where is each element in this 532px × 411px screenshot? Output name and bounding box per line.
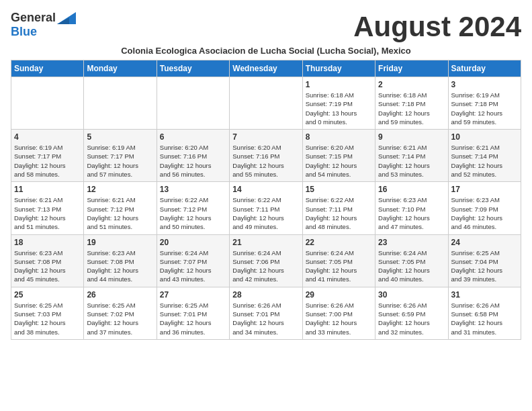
day-info: Sunrise: 6:26 AM Sunset: 7:00 PM Dayligh… [306,301,372,336]
day-info: Sunrise: 6:25 AM Sunset: 7:02 PM Dayligh… [87,301,153,336]
day-info: Sunrise: 6:18 AM Sunset: 7:19 PM Dayligh… [306,91,372,126]
calendar-cell: 29Sunrise: 6:26 AM Sunset: 7:00 PM Dayli… [302,287,375,339]
calendar-cell: 24Sunrise: 6:25 AM Sunset: 7:04 PM Dayli… [448,234,521,287]
calendar-cell: 30Sunrise: 6:26 AM Sunset: 6:59 PM Dayli… [375,287,448,339]
day-info: Sunrise: 6:24 AM Sunset: 7:07 PM Dayligh… [160,248,226,284]
logo-icon [57,12,76,24]
day-info: Sunrise: 6:21 AM Sunset: 7:14 PM Dayligh… [451,143,518,179]
day-number: 2 [378,80,445,89]
calendar-week-1: 1Sunrise: 6:18 AM Sunset: 7:19 PM Daylig… [11,77,521,130]
calendar-cell: 27Sunrise: 6:25 AM Sunset: 7:01 PM Dayli… [157,287,229,339]
day-info: Sunrise: 6:23 AM Sunset: 7:09 PM Dayligh… [451,195,518,231]
page-header: General Blue August 2024 [11,11,521,43]
day-number: 21 [232,238,299,247]
day-info: Sunrise: 6:23 AM Sunset: 7:08 PM Dayligh… [14,248,81,284]
day-info: Sunrise: 6:26 AM Sunset: 7:01 PM Dayligh… [232,301,299,336]
day-number: 4 [14,132,81,142]
day-info: Sunrise: 6:19 AM Sunset: 7:17 PM Dayligh… [87,143,153,179]
day-info: Sunrise: 6:22 AM Sunset: 7:11 PM Dayligh… [232,195,299,231]
weekday-header-saturday: Saturday [448,60,521,77]
day-number: 15 [306,185,372,194]
calendar-cell: 15Sunrise: 6:22 AM Sunset: 7:11 PM Dayli… [302,182,375,234]
calendar-cell [230,77,302,130]
day-number: 22 [306,238,372,247]
day-info: Sunrise: 6:25 AM Sunset: 7:04 PM Dayligh… [451,248,518,284]
weekday-header-monday: Monday [84,60,157,77]
day-info: Sunrise: 6:18 AM Sunset: 7:18 PM Dayligh… [378,91,445,126]
calendar-cell: 1Sunrise: 6:18 AM Sunset: 7:19 PM Daylig… [302,77,375,130]
day-info: Sunrise: 6:23 AM Sunset: 7:10 PM Dayligh… [378,195,445,231]
day-info: Sunrise: 6:24 AM Sunset: 7:06 PM Dayligh… [232,248,299,284]
day-number: 31 [451,290,518,300]
day-number: 1 [306,80,372,89]
day-info: Sunrise: 6:22 AM Sunset: 7:11 PM Dayligh… [306,195,372,231]
day-number: 27 [160,290,226,300]
logo-blue-text: Blue [11,25,37,39]
calendar-cell [157,77,229,130]
day-info: Sunrise: 6:24 AM Sunset: 7:05 PM Dayligh… [306,248,372,284]
day-number: 26 [87,290,153,300]
calendar-cell: 7Sunrise: 6:20 AM Sunset: 7:16 PM Daylig… [230,130,302,182]
day-number: 20 [160,238,226,247]
logo: General Blue [11,11,76,39]
weekday-header-tuesday: Tuesday [157,60,229,77]
calendar-cell: 3Sunrise: 6:19 AM Sunset: 7:18 PM Daylig… [448,77,521,130]
calendar-cell: 31Sunrise: 6:26 AM Sunset: 6:58 PM Dayli… [448,287,521,339]
day-number: 16 [378,185,445,194]
day-number: 11 [14,185,81,194]
calendar-cell: 21Sunrise: 6:24 AM Sunset: 7:06 PM Dayli… [230,234,302,287]
day-number: 30 [378,290,445,300]
day-number: 14 [232,185,299,194]
calendar-week-5: 25Sunrise: 6:25 AM Sunset: 7:03 PM Dayli… [11,287,521,339]
day-number: 12 [87,185,153,194]
calendar-cell: 5Sunrise: 6:19 AM Sunset: 7:17 PM Daylig… [84,130,157,182]
day-info: Sunrise: 6:20 AM Sunset: 7:15 PM Dayligh… [306,143,372,179]
day-number: 13 [160,185,226,194]
calendar-subtitle: Colonia Ecologica Asociacion de Lucha So… [11,46,521,56]
day-info: Sunrise: 6:19 AM Sunset: 7:18 PM Dayligh… [451,91,518,126]
calendar-cell: 20Sunrise: 6:24 AM Sunset: 7:07 PM Dayli… [157,234,229,287]
calendar-cell: 6Sunrise: 6:20 AM Sunset: 7:16 PM Daylig… [157,130,229,182]
day-number: 24 [451,238,518,247]
day-info: Sunrise: 6:21 AM Sunset: 7:14 PM Dayligh… [378,143,445,179]
calendar-week-3: 11Sunrise: 6:21 AM Sunset: 7:13 PM Dayli… [11,182,521,234]
day-info: Sunrise: 6:23 AM Sunset: 7:08 PM Dayligh… [87,248,153,284]
weekday-header-wednesday: Wednesday [230,60,302,77]
day-number: 23 [378,238,445,247]
day-number: 10 [451,132,518,142]
day-number: 19 [87,238,153,247]
day-number: 3 [451,80,518,89]
calendar-cell [11,77,84,130]
day-number: 25 [14,290,81,300]
calendar-cell: 16Sunrise: 6:23 AM Sunset: 7:10 PM Dayli… [375,182,448,234]
calendar-cell: 26Sunrise: 6:25 AM Sunset: 7:02 PM Dayli… [84,287,157,339]
day-number: 9 [378,132,445,142]
calendar-cell: 11Sunrise: 6:21 AM Sunset: 7:13 PM Dayli… [11,182,84,234]
day-info: Sunrise: 6:19 AM Sunset: 7:17 PM Dayligh… [14,143,81,179]
day-number: 6 [160,132,226,142]
calendar-week-4: 18Sunrise: 6:23 AM Sunset: 7:08 PM Dayli… [11,234,521,287]
calendar-cell: 19Sunrise: 6:23 AM Sunset: 7:08 PM Dayli… [84,234,157,287]
day-info: Sunrise: 6:25 AM Sunset: 7:03 PM Dayligh… [14,301,81,336]
calendar-cell: 4Sunrise: 6:19 AM Sunset: 7:17 PM Daylig… [11,130,84,182]
calendar-cell: 9Sunrise: 6:21 AM Sunset: 7:14 PM Daylig… [375,130,448,182]
calendar-cell: 25Sunrise: 6:25 AM Sunset: 7:03 PM Dayli… [11,287,84,339]
day-info: Sunrise: 6:21 AM Sunset: 7:13 PM Dayligh… [14,195,81,231]
calendar-cell: 17Sunrise: 6:23 AM Sunset: 7:09 PM Dayli… [448,182,521,234]
day-number: 28 [232,290,299,300]
day-number: 17 [451,185,518,194]
day-number: 18 [14,238,81,247]
weekday-header-row: SundayMondayTuesdayWednesdayThursdayFrid… [11,60,521,77]
weekday-header-sunday: Sunday [11,60,84,77]
calendar-cell: 22Sunrise: 6:24 AM Sunset: 7:05 PM Dayli… [302,234,375,287]
day-info: Sunrise: 6:26 AM Sunset: 6:59 PM Dayligh… [378,301,445,336]
day-number: 7 [232,132,299,142]
calendar-cell: 8Sunrise: 6:20 AM Sunset: 7:15 PM Daylig… [302,130,375,182]
calendar-week-2: 4Sunrise: 6:19 AM Sunset: 7:17 PM Daylig… [11,130,521,182]
logo-general-text: General [11,11,56,25]
calendar-cell: 13Sunrise: 6:22 AM Sunset: 7:12 PM Dayli… [157,182,229,234]
day-info: Sunrise: 6:22 AM Sunset: 7:12 PM Dayligh… [160,195,226,231]
day-number: 5 [87,132,153,142]
calendar-table: SundayMondayTuesdayWednesdayThursdayFrid… [11,60,521,340]
calendar-cell: 23Sunrise: 6:24 AM Sunset: 7:05 PM Dayli… [375,234,448,287]
